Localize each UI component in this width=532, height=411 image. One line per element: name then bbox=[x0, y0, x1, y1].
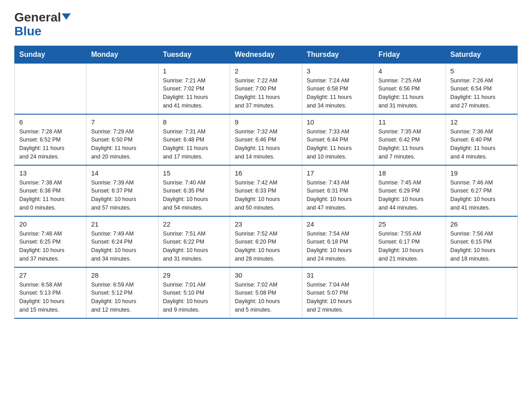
day-info: Sunrise: 7:52 AMSunset: 6:20 PMDaylight:… bbox=[235, 230, 297, 263]
day-number: 10 bbox=[307, 118, 369, 126]
day-cell: 29Sunrise: 7:01 AMSunset: 5:10 PMDayligh… bbox=[158, 267, 230, 318]
day-info: Sunrise: 7:43 AMSunset: 6:31 PMDaylight:… bbox=[307, 179, 369, 212]
day-number: 7 bbox=[91, 118, 153, 126]
day-info: Sunrise: 7:29 AMSunset: 6:50 PMDaylight:… bbox=[91, 128, 153, 161]
day-cell: 1Sunrise: 7:21 AMSunset: 7:02 PMDaylight… bbox=[158, 63, 230, 114]
day-cell bbox=[374, 267, 446, 318]
week-row-3: 13Sunrise: 7:38 AMSunset: 6:38 PMDayligh… bbox=[15, 165, 518, 216]
header-friday: Friday bbox=[374, 46, 446, 63]
day-number: 16 bbox=[235, 169, 297, 177]
day-number: 15 bbox=[163, 169, 225, 177]
day-number: 11 bbox=[378, 118, 441, 126]
day-cell: 10Sunrise: 7:33 AMSunset: 6:44 PMDayligh… bbox=[302, 114, 373, 165]
day-number: 30 bbox=[235, 271, 297, 279]
day-info: Sunrise: 7:39 AMSunset: 6:37 PMDaylight:… bbox=[91, 179, 153, 212]
day-info: Sunrise: 7:26 AMSunset: 6:54 PMDaylight:… bbox=[450, 77, 513, 110]
logo: General Blue bbox=[14, 11, 71, 39]
day-cell: 27Sunrise: 6:58 AMSunset: 5:13 PMDayligh… bbox=[15, 267, 86, 318]
day-number: 27 bbox=[19, 271, 82, 279]
day-cell: 31Sunrise: 7:04 AMSunset: 5:07 PMDayligh… bbox=[302, 267, 373, 318]
day-cell: 28Sunrise: 6:59 AMSunset: 5:12 PMDayligh… bbox=[86, 267, 158, 318]
week-row-4: 20Sunrise: 7:48 AMSunset: 6:25 PMDayligh… bbox=[15, 216, 518, 267]
day-info: Sunrise: 7:54 AMSunset: 6:18 PMDaylight:… bbox=[307, 230, 369, 263]
day-number: 14 bbox=[91, 169, 153, 177]
day-cell: 18Sunrise: 7:45 AMSunset: 6:29 PMDayligh… bbox=[374, 165, 446, 216]
day-cell: 26Sunrise: 7:56 AMSunset: 6:15 PMDayligh… bbox=[446, 216, 517, 267]
day-number: 28 bbox=[91, 271, 153, 279]
day-number: 22 bbox=[163, 220, 225, 228]
day-info: Sunrise: 7:40 AMSunset: 6:35 PMDaylight:… bbox=[163, 179, 225, 212]
day-info: Sunrise: 7:21 AMSunset: 7:02 PMDaylight:… bbox=[163, 77, 225, 110]
day-cell: 4Sunrise: 7:25 AMSunset: 6:56 PMDaylight… bbox=[374, 63, 446, 114]
day-cell: 3Sunrise: 7:24 AMSunset: 6:58 PMDaylight… bbox=[302, 63, 373, 114]
day-number: 25 bbox=[378, 220, 441, 228]
calendar-table: SundayMondayTuesdayWednesdayThursdayFrid… bbox=[14, 46, 518, 319]
day-number: 1 bbox=[163, 67, 225, 75]
week-row-5: 27Sunrise: 6:58 AMSunset: 5:13 PMDayligh… bbox=[15, 267, 518, 318]
day-info: Sunrise: 7:48 AMSunset: 6:25 PMDaylight:… bbox=[19, 230, 82, 263]
day-number: 18 bbox=[378, 169, 441, 177]
day-info: Sunrise: 6:58 AMSunset: 5:13 PMDaylight:… bbox=[19, 281, 82, 314]
logo-triangle-icon bbox=[62, 13, 71, 20]
week-row-1: 1Sunrise: 7:21 AMSunset: 7:02 PMDaylight… bbox=[15, 63, 518, 114]
day-number: 12 bbox=[450, 118, 513, 126]
day-cell: 5Sunrise: 7:26 AMSunset: 6:54 PMDaylight… bbox=[446, 63, 517, 114]
day-info: Sunrise: 7:55 AMSunset: 6:17 PMDaylight:… bbox=[378, 230, 441, 263]
day-info: Sunrise: 7:04 AMSunset: 5:07 PMDaylight:… bbox=[307, 281, 369, 314]
day-info: Sunrise: 7:02 AMSunset: 5:08 PMDaylight:… bbox=[235, 281, 297, 314]
day-number: 3 bbox=[307, 67, 369, 75]
day-number: 23 bbox=[235, 220, 297, 228]
day-cell: 14Sunrise: 7:39 AMSunset: 6:37 PMDayligh… bbox=[86, 165, 158, 216]
day-cell: 7Sunrise: 7:29 AMSunset: 6:50 PMDaylight… bbox=[86, 114, 158, 165]
day-number: 24 bbox=[307, 220, 369, 228]
day-info: Sunrise: 7:38 AMSunset: 6:38 PMDaylight:… bbox=[19, 179, 82, 212]
day-number: 8 bbox=[163, 118, 225, 126]
header-row: SundayMondayTuesdayWednesdayThursdayFrid… bbox=[15, 46, 518, 63]
day-cell: 12Sunrise: 7:36 AMSunset: 6:40 PMDayligh… bbox=[446, 114, 517, 165]
day-number: 13 bbox=[19, 169, 82, 177]
day-cell: 11Sunrise: 7:35 AMSunset: 6:42 PMDayligh… bbox=[374, 114, 446, 165]
day-cell: 16Sunrise: 7:42 AMSunset: 6:33 PMDayligh… bbox=[230, 165, 302, 216]
day-number: 9 bbox=[235, 118, 297, 126]
header-sunday: Sunday bbox=[15, 46, 86, 63]
header-tuesday: Tuesday bbox=[158, 46, 230, 63]
day-number: 31 bbox=[307, 271, 369, 279]
day-cell: 20Sunrise: 7:48 AMSunset: 6:25 PMDayligh… bbox=[15, 216, 86, 267]
day-info: Sunrise: 7:24 AMSunset: 6:58 PMDaylight:… bbox=[307, 77, 369, 110]
day-number: 2 bbox=[235, 67, 297, 75]
day-cell: 21Sunrise: 7:49 AMSunset: 6:24 PMDayligh… bbox=[86, 216, 158, 267]
day-number: 4 bbox=[378, 67, 441, 75]
logo-text: General Blue bbox=[14, 11, 71, 39]
day-info: Sunrise: 7:33 AMSunset: 6:44 PMDaylight:… bbox=[307, 128, 369, 161]
day-cell: 8Sunrise: 7:31 AMSunset: 6:48 PMDaylight… bbox=[158, 114, 230, 165]
day-info: Sunrise: 7:51 AMSunset: 6:22 PMDaylight:… bbox=[163, 230, 225, 263]
day-info: Sunrise: 7:32 AMSunset: 6:46 PMDaylight:… bbox=[235, 128, 297, 161]
day-info: Sunrise: 7:28 AMSunset: 6:52 PMDaylight:… bbox=[19, 128, 82, 161]
day-number: 17 bbox=[307, 169, 369, 177]
day-cell bbox=[446, 267, 517, 318]
day-cell: 6Sunrise: 7:28 AMSunset: 6:52 PMDaylight… bbox=[15, 114, 86, 165]
day-cell bbox=[86, 63, 158, 114]
day-info: Sunrise: 7:25 AMSunset: 6:56 PMDaylight:… bbox=[378, 77, 441, 110]
day-cell: 23Sunrise: 7:52 AMSunset: 6:20 PMDayligh… bbox=[230, 216, 302, 267]
day-cell: 24Sunrise: 7:54 AMSunset: 6:18 PMDayligh… bbox=[302, 216, 373, 267]
header-wednesday: Wednesday bbox=[230, 46, 302, 63]
header-thursday: Thursday bbox=[302, 46, 373, 63]
day-cell: 15Sunrise: 7:40 AMSunset: 6:35 PMDayligh… bbox=[158, 165, 230, 216]
page-header: General Blue bbox=[14, 11, 518, 39]
week-row-2: 6Sunrise: 7:28 AMSunset: 6:52 PMDaylight… bbox=[15, 114, 518, 165]
logo-blue-text: Blue bbox=[14, 24, 42, 38]
day-info: Sunrise: 7:56 AMSunset: 6:15 PMDaylight:… bbox=[450, 230, 513, 263]
day-cell: 9Sunrise: 7:32 AMSunset: 6:46 PMDaylight… bbox=[230, 114, 302, 165]
day-info: Sunrise: 7:35 AMSunset: 6:42 PMDaylight:… bbox=[378, 128, 441, 161]
day-info: Sunrise: 7:31 AMSunset: 6:48 PMDaylight:… bbox=[163, 128, 225, 161]
day-info: Sunrise: 7:01 AMSunset: 5:10 PMDaylight:… bbox=[163, 281, 225, 314]
day-info: Sunrise: 6:59 AMSunset: 5:12 PMDaylight:… bbox=[91, 281, 153, 314]
day-info: Sunrise: 7:49 AMSunset: 6:24 PMDaylight:… bbox=[91, 230, 153, 263]
day-number: 29 bbox=[163, 271, 225, 279]
day-cell: 22Sunrise: 7:51 AMSunset: 6:22 PMDayligh… bbox=[158, 216, 230, 267]
day-number: 20 bbox=[19, 220, 82, 228]
header-monday: Monday bbox=[86, 46, 158, 63]
day-cell: 19Sunrise: 7:46 AMSunset: 6:27 PMDayligh… bbox=[446, 165, 517, 216]
day-info: Sunrise: 7:22 AMSunset: 7:00 PMDaylight:… bbox=[235, 77, 297, 110]
